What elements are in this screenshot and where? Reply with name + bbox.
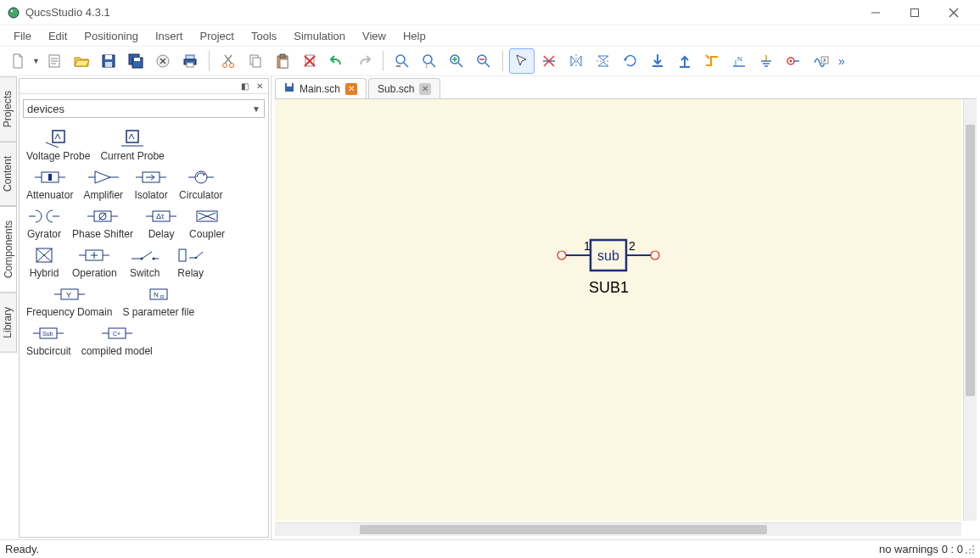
menu-positioning[interactable]: Positioning [76, 27, 147, 45]
save-all-button[interactable] [123, 48, 148, 74]
print-button[interactable] [177, 48, 203, 74]
menu-insert[interactable]: Insert [147, 27, 192, 45]
component-subcircuit[interactable]: SubSubcircuit [26, 323, 71, 357]
undo-button[interactable] [324, 48, 350, 74]
toolbar-divider [209, 51, 210, 71]
svg-point-22 [222, 64, 227, 68]
toolbar-divider [383, 51, 384, 71]
svg-text:R: R [160, 294, 165, 299]
menu-project[interactable]: Project [191, 27, 242, 45]
vertical-scrollbar[interactable] [963, 99, 977, 521]
component-switch[interactable]: Switch [127, 245, 163, 279]
side-tabs: Projects Content Components Library [0, 76, 17, 539]
menu-edit[interactable]: Edit [40, 27, 76, 45]
components-panel: ◧ ✕ devices ▼ Voltage Probe Current Prob… [19, 78, 269, 538]
tab-close-icon[interactable]: ✕ [345, 83, 357, 95]
component-amplifier[interactable]: Amplifier [83, 167, 123, 201]
horizontal-scrollbar[interactable] [275, 522, 961, 536]
component-delay[interactable]: ΔτDelay [143, 206, 179, 240]
component-attenuator[interactable]: Attenuator [26, 167, 73, 201]
into-subcircuit-button[interactable] [645, 48, 670, 74]
select-tool-button[interactable] [509, 48, 535, 74]
menu-tools[interactable]: Tools [243, 27, 285, 45]
zoom-100-button[interactable]: 1 [417, 48, 442, 74]
delete-button[interactable] [297, 48, 322, 74]
svg-text:Sub: Sub [42, 331, 53, 337]
svg-rect-30 [280, 59, 288, 68]
schematic-canvas[interactable]: 1 sub 2 SUB1 [275, 99, 961, 521]
side-tab-library[interactable]: Library [0, 293, 17, 353]
component-category-combo[interactable]: devices ▼ [23, 99, 265, 118]
component-isolator[interactable]: Isolator [133, 167, 169, 201]
deactivate-button[interactable] [536, 48, 562, 74]
panel-close-icon[interactable]: ✕ [254, 81, 266, 92]
menu-file[interactable]: File [5, 27, 40, 45]
open-button[interactable] [69, 48, 94, 74]
svg-line-69 [46, 142, 59, 148]
tab-sub-sch[interactable]: Sub.sch ✕ [368, 78, 440, 98]
component-operation[interactable]: Operation [72, 245, 117, 279]
tab-main-sch[interactable]: Main.sch ✕ [275, 78, 367, 98]
component-gyrator[interactable]: Gyrator [26, 206, 62, 240]
zoom-in-button[interactable] [444, 48, 469, 74]
component-frequency-domain[interactable]: YFrequency Domain [26, 284, 112, 318]
resize-grip-icon[interactable] [963, 544, 975, 555]
menu-view[interactable]: View [354, 27, 395, 45]
paste-button[interactable] [270, 48, 295, 74]
text-document-button[interactable] [42, 48, 67, 74]
equation-button[interactable]: x [808, 48, 833, 74]
rotate-button[interactable] [618, 48, 643, 74]
svg-point-1 [11, 9, 13, 11]
save-button[interactable] [96, 48, 121, 74]
mirror-v-button[interactable] [591, 48, 616, 74]
status-right: no warnings 0 : 0 [879, 543, 963, 555]
wire-label-button[interactable]: N [726, 48, 752, 74]
ground-button[interactable] [753, 48, 779, 74]
svg-point-139 [651, 251, 659, 259]
wire-button[interactable] [699, 48, 725, 74]
copy-button[interactable] [243, 48, 268, 74]
toolbar-overflow-icon[interactable]: » [835, 54, 848, 68]
zoom-out-button[interactable] [471, 48, 496, 74]
component-phase-shifter[interactable]: Phase Shifter [72, 206, 133, 240]
minimize-button[interactable] [856, 0, 895, 25]
tab-close-icon[interactable]: ✕ [419, 83, 431, 95]
redo-button[interactable] [351, 48, 377, 74]
tab-label: Sub.sch [378, 83, 414, 95]
svg-point-65 [789, 60, 792, 63]
cut-button[interactable] [216, 48, 241, 74]
svg-line-45 [485, 63, 490, 67]
close-button[interactable] [934, 0, 973, 25]
panel-float-icon[interactable]: ◧ [238, 81, 250, 92]
component-relay[interactable]: Relay [173, 245, 209, 279]
component-current-probe[interactable]: Current Probe [100, 128, 164, 162]
svg-rect-12 [105, 62, 112, 67]
component-hybrid[interactable]: Hybrid [26, 245, 62, 279]
new-button[interactable] [5, 48, 31, 74]
close-file-button[interactable] [150, 48, 176, 74]
main-area: Main.sch ✕ Sub.sch ✕ 1 [272, 76, 980, 539]
new-dropdown-icon[interactable]: ▼ [32, 57, 40, 65]
component-circulator[interactable]: Circulator [179, 167, 222, 201]
menu-help[interactable]: Help [395, 27, 434, 45]
svg-point-141 [972, 552, 974, 554]
component-coupler[interactable]: Coupler [189, 206, 225, 240]
svg-point-145 [969, 549, 971, 550]
maximize-button[interactable] [895, 0, 934, 25]
component-voltage-probe[interactable]: Voltage Probe [26, 128, 90, 162]
popout-button[interactable] [672, 48, 697, 74]
mirror-h-button[interactable] [563, 48, 589, 74]
side-tab-content[interactable]: Content [0, 142, 17, 206]
side-tab-components[interactable]: Components [0, 206, 17, 293]
port-button[interactable] [781, 48, 806, 74]
scrollbar-thumb[interactable] [966, 125, 975, 396]
menu-simulation[interactable]: Simulation [285, 27, 354, 45]
combo-value: devices [27, 103, 64, 115]
component-s-parameter-file[interactable]: NRS parameter file [122, 284, 194, 318]
component-compiled-model[interactable]: C+compiled model [81, 323, 153, 357]
zoom-fit-button[interactable] [389, 48, 415, 74]
side-panel: Projects Content Components Library ◧ ✕ … [0, 76, 272, 539]
scrollbar-thumb[interactable] [360, 525, 767, 534]
subcircuit-instance[interactable]: 1 sub 2 SUB1 [555, 235, 674, 305]
side-tab-projects[interactable]: Projects [0, 76, 17, 142]
